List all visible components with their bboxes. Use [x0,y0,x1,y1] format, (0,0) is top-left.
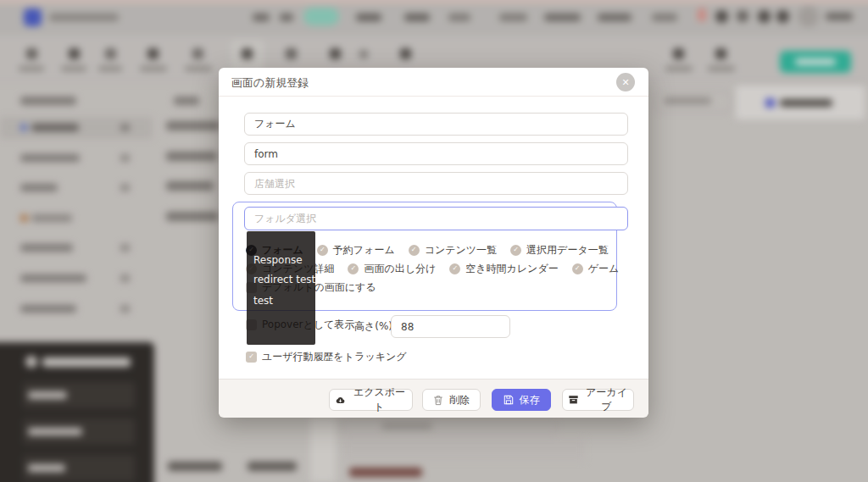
tracking-checkbox[interactable]: ✓ ユーザ行動履歴をトラッキング [246,350,407,364]
close-glyph: ✕ [621,77,629,88]
radio-label: 空き時間カレンダー [465,262,558,276]
save-label: 保存 [520,393,540,407]
archive-label: アーカイブ [585,385,628,414]
radio-icon: ✓ [409,245,420,256]
tracking-row: ✓ ユーザ行動履歴をトラッキング [246,351,407,363]
modal-footer: エクスポート 削除 保存 アーカイブ [219,379,648,418]
screen-key-input[interactable] [244,142,628,165]
archive-icon [568,395,579,405]
folder-select-input[interactable] [244,207,628,230]
checkbox-checked-icon: ✓ [246,352,257,363]
radio-option[interactable]: ✓ 空き時間カレンダー [449,262,558,276]
dropdown-item[interactable]: redirect test [253,274,315,285]
radio-icon: ✓ [348,263,359,274]
save-icon [504,395,514,405]
archive-button[interactable]: アーカイブ [562,389,634,411]
radio-option[interactable]: ✓ ゲーム [572,262,620,276]
header-divider [219,96,648,97]
radio-option[interactable]: ✓ 画面の出し分け [348,262,436,276]
radio-label: 画面の出し分け [364,262,436,276]
close-icon[interactable]: ✕ [616,73,635,91]
radio-icon: ✓ [317,245,328,256]
radio-label: 選択用データ一覧 [526,243,609,258]
cloud-download-icon [335,395,346,406]
radio-icon: ✓ [449,263,460,274]
radio-icon: ✓ [572,263,583,274]
delete-button[interactable]: 削除 [422,389,481,411]
store-select-input[interactable] [244,172,628,195]
radio-option[interactable]: ✓ 予約フォーム [317,243,395,258]
checkbox-label: ユーザ行動履歴をトラッキング [262,350,407,364]
export-label: エクスポート [352,385,407,414]
radio-option[interactable]: ✓ コンテンツ一覧 [409,243,497,258]
radio-option[interactable]: ✓ 選択用データ一覧 [510,243,609,258]
radio-icon: ✓ [510,245,521,256]
new-screen-modal: 画面の新規登録 ✕ ✓ フォーム ✓ 予約フォーム ✓ コンテンツ一覧 ✓ 選択… [219,68,648,417]
screen-name-input[interactable] [244,113,628,136]
trash-icon [433,395,443,406]
height-label: 高さ(%) [354,319,392,334]
folder-dropdown-menu: Response redirect test test [247,231,315,345]
save-button[interactable]: 保存 [492,389,551,411]
dropdown-item[interactable]: test [253,295,273,307]
radio-label: 予約フォーム [333,243,395,258]
radio-label: コンテンツ一覧 [425,243,497,258]
radio-label: ゲーム [588,262,620,276]
modal-title: 画面の新規登録 [231,75,309,91]
height-input[interactable] [391,315,510,338]
dropdown-item[interactable]: Response [253,254,303,266]
export-button[interactable]: エクスポート [329,389,413,411]
delete-label: 削除 [449,393,470,407]
